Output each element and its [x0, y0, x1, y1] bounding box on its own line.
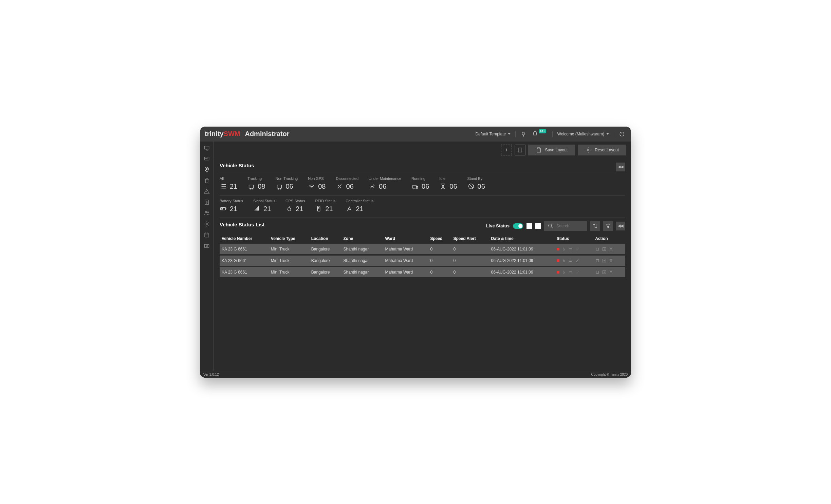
svg-point-23: [413, 188, 414, 189]
status-dot-icon: [557, 271, 559, 274]
vehicle-table: Vehicle NumberVehicle TypeLocationZoneWa…: [220, 234, 625, 279]
add-icon[interactable]: [602, 258, 607, 263]
svg-rect-43: [596, 271, 599, 273]
stop-icon[interactable]: [595, 270, 600, 275]
collapse-list-button[interactable]: ◀◀: [616, 222, 625, 230]
stat-under-maintenance[interactable]: Under Maintenance06: [369, 176, 401, 190]
svg-rect-27: [221, 208, 223, 209]
bell-icon[interactable]: 99+: [532, 131, 547, 137]
sidebar-gear-icon[interactable]: [203, 220, 210, 228]
satellite-icon: [561, 270, 566, 275]
col-ward[interactable]: Ward: [383, 234, 428, 244]
link-icon: [575, 258, 580, 263]
copyright-label: Copyright © Trinity 2020: [591, 373, 628, 376]
stat-all[interactable]: All21: [220, 176, 237, 190]
stop-icon[interactable]: [595, 258, 600, 263]
col-location[interactable]: Location: [309, 234, 341, 244]
col-date-time[interactable]: Date & time: [489, 234, 555, 244]
svg-point-14: [588, 149, 589, 151]
svg-point-45: [611, 270, 612, 272]
sidebar-alert-icon[interactable]: [203, 188, 210, 195]
svg-point-0: [522, 132, 525, 135]
sidebar-location-icon[interactable]: [200, 166, 213, 173]
col-vehicle-type[interactable]: Vehicle Type: [269, 234, 309, 244]
svg-rect-13: [538, 148, 540, 149]
add-icon[interactable]: [602, 247, 607, 251]
stat-running[interactable]: Running06: [411, 176, 429, 190]
reset-layout-button[interactable]: Reset Layout: [578, 145, 626, 155]
stat-non-tracking[interactable]: Non-Tracking06: [276, 176, 298, 190]
link-icon: [575, 270, 580, 275]
user-icon[interactable]: [609, 247, 613, 251]
checkbox-1[interactable]: [527, 223, 532, 229]
stat-battery-status[interactable]: Battery Status21: [220, 199, 243, 213]
sidebar-trash-icon[interactable]: [203, 177, 210, 184]
notification-badge: 99+: [539, 129, 546, 133]
collapse-button[interactable]: ◀◀: [616, 163, 625, 171]
svg-rect-9: [205, 233, 209, 237]
table-row[interactable]: KA 23 G 6661Mini TruckBangaloreShanthi n…: [220, 244, 625, 255]
main-content: + Save Layout Reset Layout Vehicle Statu…: [214, 142, 631, 371]
save-layout-button[interactable]: Save Layout: [528, 145, 575, 155]
user-icon[interactable]: [609, 258, 613, 263]
stat-stand-by[interactable]: Stand By06: [467, 176, 485, 190]
col-status[interactable]: Status: [555, 234, 593, 244]
col-speed-alert[interactable]: Speed Alert: [451, 234, 489, 244]
svg-point-24: [416, 188, 417, 189]
svg-rect-2: [204, 146, 209, 149]
sidebar-camera-icon[interactable]: [203, 242, 210, 249]
col-action[interactable]: Action: [593, 234, 625, 244]
power-icon[interactable]: [619, 131, 625, 137]
svg-rect-32: [569, 248, 572, 250]
live-status-toggle[interactable]: [513, 223, 523, 229]
sidebar-users-icon[interactable]: [203, 209, 210, 217]
stat-signal-status[interactable]: Signal Status21: [253, 199, 275, 213]
version-label: Ver 1.0.12: [203, 373, 219, 376]
page-role: Administrator: [245, 130, 289, 138]
filter-button[interactable]: [603, 221, 613, 231]
sidebar-dashboard-icon[interactable]: [203, 144, 210, 152]
add-widget-button[interactable]: +: [501, 145, 512, 155]
stat-controller-status[interactable]: Controller Status21: [346, 199, 373, 213]
stat-tracking[interactable]: Tracking08: [247, 176, 265, 190]
col-vehicle-number[interactable]: Vehicle Number: [220, 234, 269, 244]
sidebar-analytics-icon[interactable]: [203, 155, 210, 163]
stop-icon[interactable]: [595, 247, 600, 251]
stat-disconnected[interactable]: Disconnected06: [336, 176, 358, 190]
search-box[interactable]: [544, 221, 587, 231]
svg-rect-22: [412, 186, 417, 188]
user-dropdown[interactable]: Welcome (Malleshwaram): [557, 132, 609, 136]
template-dropdown[interactable]: Default Template: [475, 132, 511, 136]
add-icon[interactable]: [602, 270, 607, 275]
search-input[interactable]: [556, 224, 584, 228]
checkbox-2[interactable]: [535, 223, 541, 229]
layout-toolbar: + Save Layout Reset Layout: [214, 142, 631, 159]
col-speed[interactable]: Speed: [428, 234, 451, 244]
stat-rfid-status[interactable]: RFID Status21: [315, 199, 335, 213]
table-row[interactable]: KA 23 G 6661Mini TruckBangaloreShanthi n…: [220, 255, 625, 266]
stat-idle[interactable]: Idle06: [439, 176, 457, 190]
stat-gps-status[interactable]: GPS Status21: [285, 199, 305, 213]
svg-rect-18: [277, 185, 281, 188]
svg-rect-10: [204, 244, 209, 247]
list-widget-button[interactable]: [515, 145, 525, 155]
col-zone[interactable]: Zone: [341, 234, 383, 244]
bulb-icon[interactable]: [520, 131, 527, 137]
vehicle-status-section: Vehicle Status ◀◀ All21Tracking08Non-Tra…: [214, 159, 631, 282]
svg-rect-38: [596, 259, 599, 262]
table-row[interactable]: KA 23 G 6661Mini TruckBangaloreShanthi n…: [220, 266, 625, 278]
list-title: Vehicle Status List: [220, 222, 265, 227]
svg-rect-33: [596, 248, 599, 250]
svg-point-20: [280, 188, 281, 189]
svg-point-8: [206, 223, 207, 225]
stat-non-gps[interactable]: Non GPS08: [308, 176, 326, 190]
svg-point-11: [206, 245, 207, 247]
live-status-label: Live Status: [486, 223, 510, 228]
svg-point-6: [205, 211, 207, 213]
satellite-icon: [561, 247, 566, 251]
sort-button[interactable]: [590, 221, 600, 231]
user-icon[interactable]: [609, 270, 613, 275]
app-window: trinitySWM Administrator Default Templat…: [200, 127, 631, 378]
sidebar-report-icon[interactable]: [203, 199, 210, 206]
sidebar-calendar-icon[interactable]: [203, 231, 210, 239]
